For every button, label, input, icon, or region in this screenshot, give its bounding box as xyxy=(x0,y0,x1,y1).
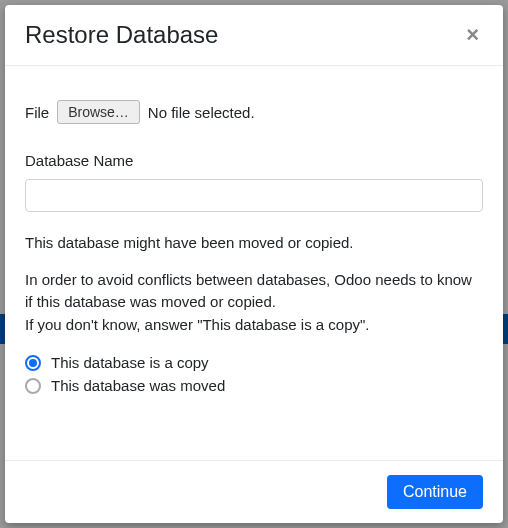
modal-footer: Continue xyxy=(5,460,503,523)
continue-button[interactable]: Continue xyxy=(387,475,483,509)
dbname-label: Database Name xyxy=(25,152,483,169)
restore-database-modal: Restore Database × File Browse… No file … xyxy=(5,5,503,523)
close-icon: × xyxy=(466,22,479,47)
copy-move-radio-group: This database is a copy This database wa… xyxy=(25,354,483,394)
radio-dot-icon xyxy=(29,359,37,367)
file-row: File Browse… No file selected. xyxy=(25,100,483,124)
modal-header: Restore Database × xyxy=(5,5,503,66)
info-line3: If you don't know, answer "This database… xyxy=(25,316,370,333)
radio-row-copy[interactable]: This database is a copy xyxy=(25,354,483,371)
info-moved-copied: This database might have been moved or c… xyxy=(25,232,483,255)
browse-button[interactable]: Browse… xyxy=(57,100,140,124)
radio-copy[interactable] xyxy=(25,355,41,371)
modal-body: File Browse… No file selected. Database … xyxy=(5,66,503,460)
radio-copy-label: This database is a copy xyxy=(51,354,209,371)
radio-moved-label: This database was moved xyxy=(51,377,225,394)
file-label: File xyxy=(25,104,49,121)
info-line2: In order to avoid conflicts between data… xyxy=(25,271,472,311)
dbname-input[interactable] xyxy=(25,179,483,212)
radio-row-moved[interactable]: This database was moved xyxy=(25,377,483,394)
modal-title: Restore Database xyxy=(25,21,218,49)
close-button[interactable]: × xyxy=(462,24,483,46)
radio-moved[interactable] xyxy=(25,378,41,394)
file-status: No file selected. xyxy=(148,104,255,121)
info-conflicts: In order to avoid conflicts between data… xyxy=(25,269,483,337)
